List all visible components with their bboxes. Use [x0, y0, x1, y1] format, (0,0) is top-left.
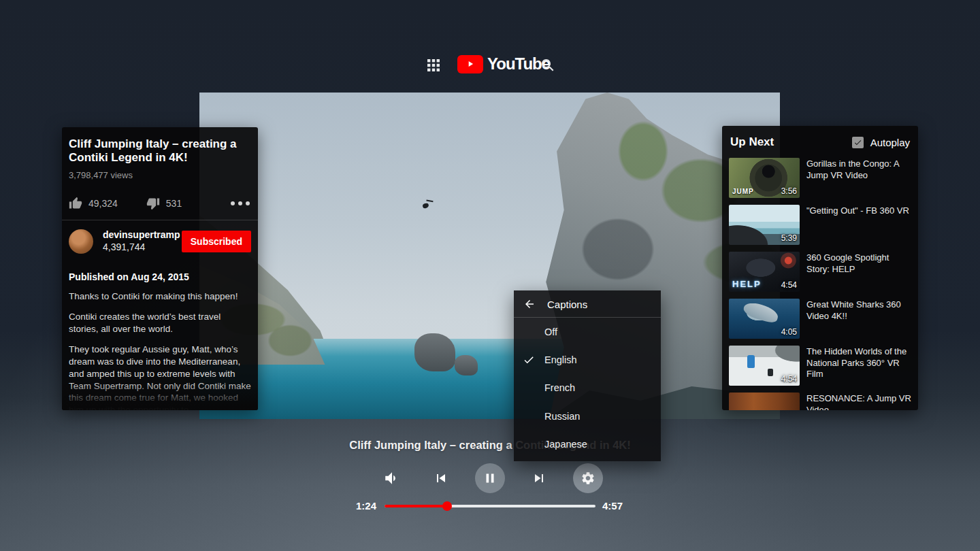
seek-bar-knob[interactable]: [442, 501, 452, 511]
up-next-panel: Up Next Autoplay JUMP 3:56 Gorillas in t…: [722, 126, 918, 410]
like-button[interactable]: 49,324: [69, 197, 118, 210]
up-next-item-title: Gorillas in the Congo: A Jump VR Video: [806, 158, 911, 198]
video-duration: 4:05: [781, 327, 797, 337]
sea-rock: [414, 333, 455, 371]
previous-button[interactable]: [433, 470, 449, 486]
volume-icon: [383, 469, 401, 487]
up-next-item-title: 360 Google Spotlight Story: HELP: [806, 252, 911, 292]
settings-gear-icon: [581, 471, 595, 486]
channel-row[interactable]: devinsupertramp 4,391,744 Subscribed: [69, 229, 251, 254]
pause-icon: [483, 471, 497, 486]
caption-option-label: Japanese: [544, 439, 587, 450]
autoplay-label: Autoplay: [870, 137, 910, 148]
caption-option[interactable]: Russian: [514, 402, 661, 430]
up-next-item[interactable]: 4:05 Great White Sharks 360 Video 4K!!: [729, 299, 911, 339]
up-next-title: Up Next: [730, 135, 774, 149]
autoplay-toggle[interactable]: Autoplay: [852, 137, 910, 148]
captions-menu-title: Captions: [547, 299, 587, 310]
seek-bar-fill: [385, 505, 447, 507]
dislike-button[interactable]: 531: [146, 197, 182, 210]
description-fade: [62, 382, 258, 410]
up-next-item-title: Great White Sharks 360 Video 4K!!: [806, 299, 911, 339]
settings-button[interactable]: [573, 463, 603, 493]
thumbs-down-icon: [146, 197, 160, 210]
youtube-tv-screen: YouTube Cliff Jumping Italy – creating a…: [0, 0, 980, 551]
up-next-item-title: RESONANCE: A Jump VR Video: [806, 393, 911, 410]
channel-name: devinsupertramp: [103, 229, 180, 241]
caption-option[interactable]: English: [514, 346, 661, 373]
up-next-item[interactable]: HELP 4:54 360 Google Spotlight Story: HE…: [729, 252, 911, 292]
divider: [62, 220, 258, 220]
volume-button[interactable]: [383, 469, 401, 487]
like-count: 49,324: [88, 198, 118, 209]
caption-option-label: Off: [544, 327, 557, 337]
youtube-logo[interactable]: YouTube: [457, 54, 550, 73]
caption-option-label: French: [544, 382, 575, 393]
video-duration: 4:54: [781, 280, 797, 290]
top-bar: YouTube: [0, 53, 980, 80]
total-duration: 4:57: [602, 500, 623, 512]
video-duration: 5:39: [781, 233, 797, 243]
search-icon[interactable]: [540, 57, 556, 73]
next-button[interactable]: [531, 470, 547, 486]
up-next-item[interactable]: RESONANCE: A Jump VR Video: [729, 393, 911, 410]
caption-option-label: Russian: [544, 411, 580, 422]
now-playing-title: Cliff Jumping Italy – creating a Contiki…: [0, 439, 980, 452]
view-count: 3,798,477 views: [69, 170, 251, 180]
video-thumbnail: 4:05: [729, 299, 800, 339]
channel-avatar: [69, 229, 93, 254]
captions-back-button[interactable]: Captions: [514, 290, 661, 318]
autoplay-checkbox[interactable]: [852, 137, 864, 148]
skip-next-icon: [531, 470, 547, 486]
dislike-count: 531: [166, 198, 182, 209]
cliff-jumper-figure: [422, 203, 429, 209]
caption-option-label: English: [544, 354, 577, 365]
check-icon: [523, 354, 535, 366]
up-next-list: JUMP 3:56 Gorillas in the Congo: A Jump …: [729, 158, 911, 410]
video-thumbnail: 5:39: [729, 205, 800, 245]
thumbnail-badge: HELP: [732, 279, 762, 289]
caption-option[interactable]: Japanese: [514, 431, 661, 458]
apps-grid-icon[interactable]: [427, 59, 440, 72]
caption-option[interactable]: French: [514, 374, 661, 402]
caption-option[interactable]: Off: [514, 318, 661, 346]
check-icon: [853, 138, 862, 147]
skip-previous-icon: [433, 470, 449, 486]
more-options-icon[interactable]: [229, 197, 251, 210]
video-thumbnail: 4:54: [729, 346, 800, 386]
video-thumbnail: [729, 393, 800, 410]
video-thumbnail: HELP 4:54: [729, 252, 800, 292]
back-arrow-icon: [523, 298, 536, 310]
video-title: Cliff Jumping Italy – creating a Contiki…: [69, 137, 251, 165]
seek-bar[interactable]: [385, 505, 595, 507]
sea-rock: [455, 355, 478, 375]
captions-options-list: Off English French Russian Japanese: [514, 318, 661, 458]
video-duration: 3:56: [781, 186, 797, 196]
up-next-item-title: The Hidden Worlds of the National Parks …: [806, 346, 911, 386]
video-duration: 4:54: [781, 374, 797, 384]
elapsed-time: 1:24: [340, 500, 376, 512]
video-thumbnail: JUMP 3:56: [729, 158, 800, 198]
subscriber-count: 4,391,744: [103, 241, 180, 254]
progress-row: 1:24 4:57: [0, 497, 980, 515]
subscribed-button[interactable]: Subscribed: [182, 231, 251, 252]
youtube-play-icon: [457, 55, 483, 73]
pause-button[interactable]: [475, 463, 505, 493]
video-actions-row: 49,324 531: [69, 197, 251, 210]
up-next-item[interactable]: 5:39 "Getting Out" - FB 360 VR: [729, 205, 911, 245]
video-info-panel: Cliff Jumping Italy – creating a Contiki…: [62, 127, 258, 410]
thumbs-up-icon: [69, 197, 82, 210]
publish-date: Published on Aug 24, 2015: [69, 271, 251, 282]
up-next-item[interactable]: JUMP 3:56 Gorillas in the Congo: A Jump …: [729, 158, 911, 198]
captions-menu: Captions Off English French Russian Japa…: [514, 290, 661, 461]
video-player[interactable]: [199, 93, 780, 419]
thumbnail-badge: JUMP: [732, 188, 754, 195]
up-next-item-title: "Getting Out" - FB 360 VR: [806, 205, 909, 245]
up-next-item[interactable]: 4:54 The Hidden Worlds of the National P…: [729, 346, 911, 386]
